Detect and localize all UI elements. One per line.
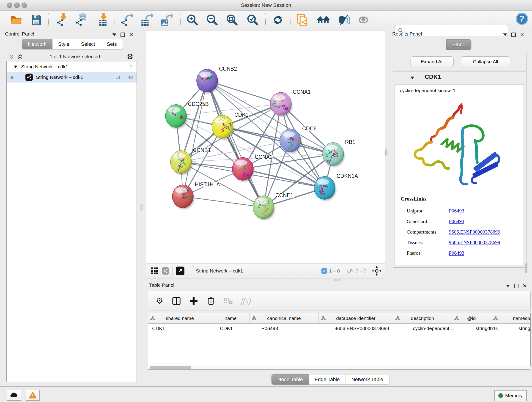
zoom-fit-icon [225,13,239,27]
zoom-selected-button[interactable] [245,13,260,27]
crosslink-label: Tissues: [407,237,449,248]
close-panel-icon[interactable]: ✕ [523,284,527,288]
warnings-button[interactable] [26,390,40,401]
zoom-out-button[interactable] [205,13,220,27]
collapse-all-icon[interactable] [9,54,14,59]
table-hscrollbar-thumb[interactable] [150,366,191,369]
close-panel-icon[interactable]: ✕ [129,33,133,36]
tab-edge-table[interactable]: Edge Table [309,374,346,385]
network-row[interactable]: String Network – cdk1 11 48 [7,72,137,83]
crosslink-pharos-link[interactable]: P06493 [449,248,464,258]
column-header-namespace[interactable]: namespace [491,313,531,323]
control-panel: Control Panel ✕ Network Style Select Set… [2,30,142,383]
tab-node-table[interactable]: Node Table [272,374,309,385]
show-hide-graphics-button[interactable] [336,13,351,27]
panel-menu-icon[interactable] [503,33,507,36]
collection-label: String Network – cdk1 [21,64,68,70]
tab-style[interactable]: Style [52,39,75,49]
tab-string[interactable]: String [446,39,471,50]
entry-collapse-icon[interactable] [411,77,414,79]
close-panel-icon[interactable]: ✕ [520,33,524,36]
export-image-button[interactable] [158,13,173,27]
import-table-button[interactable] [95,13,109,27]
maximize-window-icon[interactable] [22,2,27,8]
network-node-HIST1H1A[interactable]: HIST1H1A [172,182,220,209]
help-button[interactable]: ? [515,12,529,26]
save-session-button[interactable] [29,13,44,27]
results-scrollbar-thumb[interactable] [525,263,527,273]
open-in-window-icon[interactable] [176,267,184,275]
float-panel-icon[interactable] [120,32,125,37]
crosslink-genecard-link[interactable]: P06493 [449,216,464,227]
right-splitter-handle[interactable] [385,149,388,156]
minimize-window-icon[interactable] [14,2,20,8]
selected-checkbox-icon[interactable] [322,268,327,274]
float-panel-icon[interactable] [511,32,516,37]
zoom-in-icon [186,13,199,27]
hidden-eye-slash-icon[interactable] [346,268,354,274]
crosslink-compartments-link[interactable]: 9606.ENSP00000378699 [449,227,500,237]
network-canvas[interactable]: CCNB2CCNA1CDC25BCDK1CDC6RB1CCNB1CCNA2CDK… [146,30,385,264]
export-table-button[interactable] [139,13,153,27]
import-network-database-button[interactable] [74,13,89,27]
open-folder-icon [10,13,22,26]
tab-select[interactable]: Select [75,39,101,49]
homology-button[interactable] [316,13,331,27]
tab-network[interactable]: Network [22,39,52,49]
help-icon: ? [515,12,528,25]
main-toolbar: ? [0,11,532,29]
zoom-in-button[interactable] [185,13,200,27]
network-options-gear-icon[interactable]: ⚙ [127,53,133,60]
show-columns-icon[interactable] [172,297,181,305]
column-header-database-identifier[interactable]: database identifier [319,313,393,323]
delete-column-trash-icon[interactable] [207,297,215,305]
cloud-button[interactable] [7,390,21,401]
float-panel-icon[interactable] [514,284,519,288]
collapse-all-button[interactable]: Collapse All [461,56,510,67]
tab-network-table[interactable]: Network Table [346,374,389,385]
create-column-plus-icon[interactable] [190,297,197,305]
toolbar-divider [48,13,49,26]
export-network-button[interactable] [119,13,133,27]
network-node-RB1[interactable]: RB1 [323,139,355,167]
results-panel: Results Panel ✕ String Expand All Collap… [389,30,529,278]
panel-menu-icon[interactable] [506,285,510,287]
tab-sets[interactable]: Sets [101,39,123,49]
network-collection-row[interactable]: String Network – cdk1 1 [7,61,137,72]
table-row[interactable]: CDK1 CDK1 P06493 9606.ENSP00000378699 cy… [148,324,530,333]
birdseye-grid-icon[interactable] [151,268,158,274]
column-header-id[interactable]: @id [452,313,491,323]
function-builder-button-disabled: f(x) [241,297,251,305]
network-type-badge-icon [162,267,169,274]
cloud-icon [10,392,18,398]
open-session-button[interactable] [9,13,23,27]
expand-all-icon[interactable] [17,54,23,59]
crosslink-tissues-link[interactable]: 9606.ENSP00000378699 [449,237,500,248]
crosslinks-title: CrossLinks [401,196,426,202]
export-table-icon [139,13,152,27]
expand-all-button[interactable]: Expand All [411,56,454,67]
network-current-dot-icon [11,76,13,79]
gray-eye-icon [357,13,370,27]
table-options-gear-icon[interactable]: ⚙ [156,297,163,305]
node-label-RB1: RB1 [345,139,355,145]
memory-button[interactable]: Memory [494,390,527,401]
status-bar: Memory [0,386,532,402]
close-window-icon[interactable] [7,2,12,8]
left-splitter-handle[interactable] [140,204,143,211]
cell-shared-name: CDK1 [148,326,216,331]
network-node-CDKN1A[interactable]: CDKN1A [314,173,358,201]
fit-selected-crosshair-icon[interactable] [372,266,381,276]
column-header-shared-name[interactable]: shared name [148,313,212,323]
node-table: shared name name canonical name database… [148,313,531,366]
column-header-description[interactable]: description [393,313,452,323]
column-header-name[interactable]: name [212,313,249,323]
apply-layout-button[interactable] [271,13,285,27]
collection-expand-icon[interactable] [14,65,17,68]
column-header-canonical-name[interactable]: canonical name [249,313,319,323]
import-network-file-button[interactable] [55,13,70,27]
import-string-network-button[interactable] [296,13,310,27]
zoom-fit-button[interactable] [225,13,239,27]
crosslink-uniprot-link[interactable]: P06493 [449,206,464,216]
panel-menu-icon[interactable] [112,33,116,36]
